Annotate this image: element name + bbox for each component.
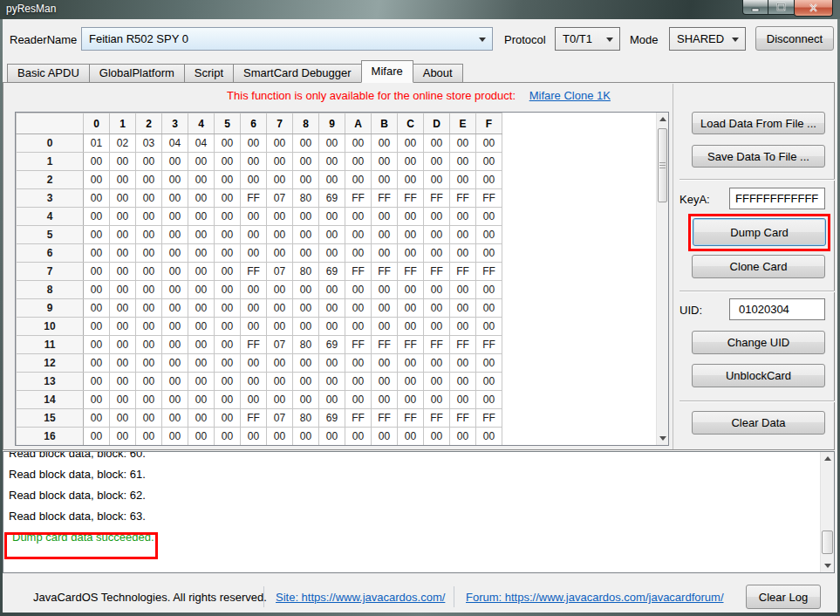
grid-cell[interactable]: 00 [267, 244, 293, 263]
grid-cell[interactable]: FF [450, 409, 476, 428]
grid-cell[interactable]: 00 [162, 226, 188, 244]
grid-cell[interactable]: 00 [110, 409, 136, 428]
grid-cell[interactable]: 00 [424, 134, 450, 153]
grid-row-header[interactable]: 8 [17, 281, 84, 299]
grid-cell[interactable]: 00 [215, 299, 241, 318]
grid-cell[interactable]: 00 [267, 226, 293, 244]
uid-input[interactable] [729, 298, 825, 320]
grid-cell[interactable]: 07 [267, 189, 293, 208]
grid-cell[interactable]: 00 [293, 153, 319, 171]
grid-cell[interactable]: 00 [450, 208, 476, 226]
grid-cell[interactable]: 07 [267, 409, 293, 428]
grid-cell[interactable]: 00 [293, 208, 319, 226]
grid-cell[interactable]: 00 [267, 281, 293, 299]
grid-corner-header[interactable] [17, 113, 84, 134]
minimize-button[interactable] [742, 0, 768, 15]
change-uid-button[interactable]: Change UID [692, 331, 825, 354]
grid-cell[interactable]: 00 [372, 299, 398, 318]
grid-cell[interactable]: 00 [424, 281, 450, 299]
grid-cell[interactable]: 00 [215, 336, 241, 354]
clear-data-button[interactable]: Clear Data [692, 411, 825, 435]
grid-cell[interactable]: 00 [450, 134, 476, 153]
grid-cell[interactable]: 04 [188, 134, 215, 153]
grid-col-header[interactable]: E [450, 113, 476, 134]
grid-cell[interactable]: 00 [241, 134, 267, 153]
grid-row-header[interactable]: 2 [17, 171, 84, 189]
grid-cell[interactable]: 00 [267, 428, 293, 446]
grid-cell[interactable]: 00 [293, 391, 319, 409]
grid-cell[interactable]: 00 [372, 281, 398, 299]
grid-cell[interactable]: FF [424, 336, 450, 354]
grid-cell[interactable]: 00 [110, 336, 136, 354]
grid-cell[interactable]: 00 [476, 208, 502, 226]
grid-cell[interactable]: 04 [162, 134, 188, 153]
grid-cell[interactable]: 00 [215, 244, 241, 263]
grid-cell[interactable]: 00 [188, 318, 215, 336]
grid-cell[interactable]: 00 [293, 428, 319, 446]
grid-cell[interactable]: 00 [188, 354, 215, 373]
grid-cell[interactable]: FF [476, 189, 502, 208]
grid-cell[interactable]: 00 [84, 226, 110, 244]
grid-cell[interactable]: 07 [267, 263, 293, 281]
grid-cell[interactable]: 00 [345, 391, 372, 409]
grid-cell[interactable]: 00 [136, 299, 162, 318]
log-scroll-down-button[interactable] [821, 559, 834, 572]
grid-cell[interactable]: 00 [319, 428, 345, 446]
grid-cell[interactable]: 00 [450, 428, 476, 446]
grid-cell[interactable]: 00 [188, 244, 215, 263]
grid-cell[interactable]: 00 [84, 244, 110, 263]
grid-cell[interactable]: 00 [450, 244, 476, 263]
grid-cell[interactable]: FF [424, 189, 450, 208]
grid-cell[interactable]: 00 [345, 171, 372, 189]
grid-cell[interactable]: 00 [188, 226, 215, 244]
load-data-button[interactable]: Load Data From File ... [692, 112, 825, 134]
grid-col-header[interactable]: B [372, 113, 398, 134]
grid-cell[interactable]: 00 [162, 318, 188, 336]
grid-cell[interactable]: 00 [424, 299, 450, 318]
grid-cell[interactable]: 00 [136, 428, 162, 446]
grid-cell[interactable]: 69 [319, 409, 345, 428]
grid-cell[interactable]: 00 [372, 318, 398, 336]
grid-cell[interactable]: 00 [188, 263, 215, 281]
grid-cell[interactable]: 00 [450, 281, 476, 299]
log-scrollbar[interactable] [820, 452, 834, 572]
grid-cell[interactable]: 00 [319, 354, 345, 373]
grid-cell[interactable]: 00 [84, 171, 110, 189]
grid-cell[interactable]: FF [398, 189, 424, 208]
log-output[interactable]: Read block data, block: 60. Read block d… [3, 451, 835, 573]
grid-cell[interactable]: 01 [84, 134, 110, 153]
grid-cell[interactable]: 00 [241, 244, 267, 263]
grid-cell[interactable]: 00 [398, 373, 424, 391]
grid-cell[interactable]: 00 [476, 134, 502, 153]
grid-cell[interactable]: 00 [476, 299, 502, 318]
grid-cell[interactable]: 00 [188, 409, 215, 428]
grid-cell[interactable]: 00 [188, 391, 215, 409]
grid-cell[interactable]: 00 [136, 336, 162, 354]
grid-row-header[interactable]: 10 [17, 318, 84, 336]
grid-cell[interactable]: 00 [345, 226, 372, 244]
grid-cell[interactable]: 00 [136, 171, 162, 189]
grid-cell[interactable]: 00 [188, 299, 215, 318]
grid-cell[interactable]: 00 [424, 354, 450, 373]
grid-cell[interactable]: 00 [136, 409, 162, 428]
grid-row-header[interactable]: 5 [17, 226, 84, 244]
grid-cell[interactable]: 00 [110, 244, 136, 263]
grid-cell[interactable]: 00 [398, 244, 424, 263]
grid-cell[interactable]: 00 [450, 226, 476, 244]
tab-basic-apdu[interactable]: Basic APDU [7, 64, 90, 83]
grid-cell[interactable]: 69 [319, 189, 345, 208]
grid-cell[interactable]: 00 [267, 299, 293, 318]
grid-cell[interactable]: 00 [162, 189, 188, 208]
grid-cell[interactable]: FF [476, 263, 502, 281]
save-data-button[interactable]: Save Data To File ... [692, 145, 825, 168]
reader-name-combobox[interactable]: Feitian R502 SPY 0 [81, 27, 493, 51]
disconnect-button[interactable]: Disconnect [755, 26, 834, 51]
grid-cell[interactable]: 00 [450, 299, 476, 318]
grid-cell[interactable]: 00 [398, 281, 424, 299]
grid-cell[interactable]: 00 [398, 153, 424, 171]
grid-cell[interactable]: 00 [293, 281, 319, 299]
grid-cell[interactable]: 00 [293, 373, 319, 391]
tab-smartcard-debugger[interactable]: SmartCard Debugger [233, 64, 362, 83]
grid-cell[interactable]: FF [345, 189, 372, 208]
grid-scrollbar[interactable] [656, 113, 668, 445]
